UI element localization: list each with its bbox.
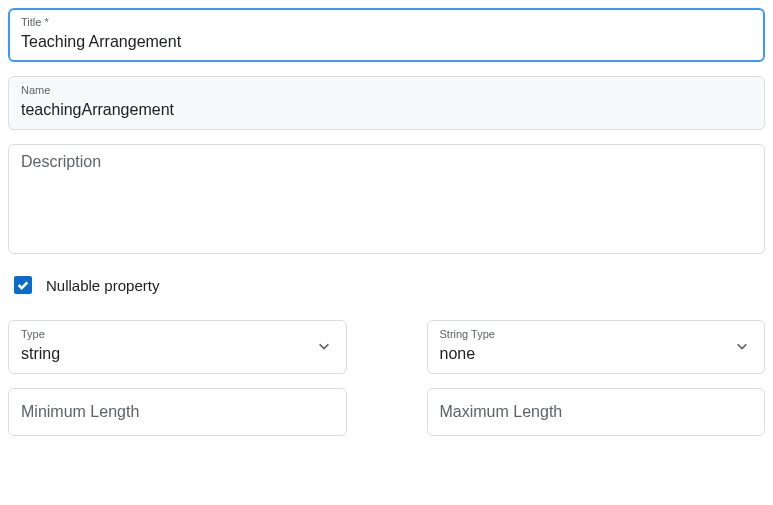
title-field-group[interactable]: Title * xyxy=(8,8,765,62)
chevron-down-icon xyxy=(732,336,752,356)
type-select[interactable]: Type string xyxy=(8,320,347,374)
string-type-value: none xyxy=(440,345,476,362)
check-icon xyxy=(16,278,30,292)
name-field-group[interactable]: Name xyxy=(8,76,765,130)
min-length-field[interactable] xyxy=(8,388,347,436)
nullable-label: Nullable property xyxy=(46,277,159,294)
name-label: Name xyxy=(21,83,752,97)
title-label: Title * xyxy=(21,15,752,29)
description-field-group[interactable]: Description xyxy=(8,144,765,254)
nullable-checkbox[interactable] xyxy=(14,276,32,294)
string-type-select[interactable]: String Type none xyxy=(427,320,766,374)
type-row: Type string String Type none xyxy=(8,320,765,450)
max-length-input[interactable] xyxy=(440,403,753,421)
type-value: string xyxy=(21,345,60,362)
min-length-input[interactable] xyxy=(21,403,334,421)
nullable-row: Nullable property xyxy=(14,276,765,294)
title-input[interactable] xyxy=(21,31,752,53)
string-type-label: String Type xyxy=(440,327,733,341)
chevron-down-icon xyxy=(314,336,334,356)
type-label: Type xyxy=(21,327,314,341)
name-input[interactable] xyxy=(21,99,752,121)
max-length-field[interactable] xyxy=(427,388,766,436)
description-placeholder: Description xyxy=(21,153,101,170)
